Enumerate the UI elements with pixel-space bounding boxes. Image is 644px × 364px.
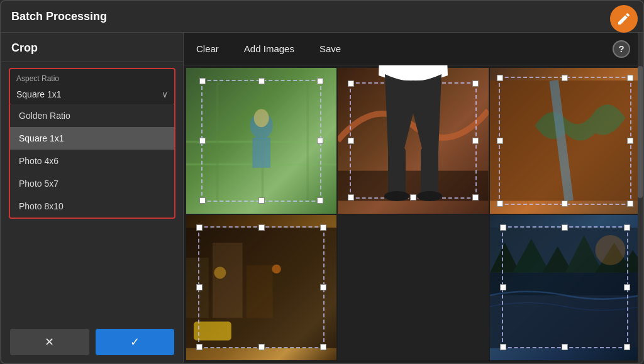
svg-point-30	[595, 234, 625, 265]
left-panel: Crop Aspect Ratio Square 1x1 ∨ Golden Ra…	[1, 33, 184, 363]
aspect-ratio-dropdown[interactable]: Square 1x1 ∨	[10, 85, 174, 104]
svg-rect-8	[338, 171, 488, 201]
svg-rect-6	[252, 138, 270, 168]
edit-icon-button[interactable]	[610, 5, 638, 33]
svg-rect-2	[216, 80, 219, 201]
app-container: Batch Processing Crop Aspect Ratio Squar…	[0, 0, 644, 364]
image-cell-3[interactable]	[490, 68, 640, 214]
image-grid	[184, 65, 643, 363]
save-button[interactable]: Save	[319, 43, 341, 54]
main-area: Crop Aspect Ratio Square 1x1 ∨ Golden Ra…	[1, 33, 643, 363]
dropdown-item-photo-4x6[interactable]: Photo 4x6	[10, 150, 174, 172]
image-cell-5	[338, 215, 488, 361]
crop-header: Crop	[1, 33, 183, 62]
add-images-button[interactable]: Add Images	[244, 43, 294, 54]
cancel-button[interactable]: ✕	[10, 329, 89, 355]
confirm-button[interactable]: ✓	[96, 329, 175, 355]
image-4	[186, 215, 336, 361]
aspect-ratio-label: Aspect Ratio	[10, 69, 174, 85]
help-button[interactable]: ?	[613, 40, 630, 58]
dropdown-item-photo-5x7[interactable]: Photo 5x7	[10, 172, 174, 195]
right-panel: Clear Add Images Save ?	[184, 33, 643, 363]
svg-point-24	[214, 267, 226, 279]
panel-footer: ✕ ✓	[1, 321, 183, 363]
chevron-down-icon: ∨	[162, 89, 168, 99]
toolbar: Clear Add Images Save ?	[184, 33, 643, 65]
app-title: Batch Processing	[11, 10, 107, 23]
cancel-icon: ✕	[45, 335, 54, 349]
confirm-icon: ✓	[130, 335, 140, 349]
image-cell-4[interactable]	[186, 215, 336, 361]
dropdown-item-golden-ratio[interactable]: Golden Ratio	[10, 104, 174, 127]
image-1	[186, 68, 336, 214]
image-cell-6[interactable]	[490, 215, 640, 361]
svg-rect-26	[194, 321, 231, 340]
title-bar: Batch Processing	[1, 1, 643, 33]
image-cell-2[interactable]	[338, 68, 488, 214]
dropdown-item-square-1x1[interactable]: Square 1x1	[10, 127, 174, 150]
svg-point-25	[272, 264, 280, 273]
dropdown-menu: Golden Ratio Square 1x1 Photo 4x6 Photo …	[9, 104, 175, 219]
scrollbar-thumb[interactable]	[638, 66, 643, 198]
svg-rect-4	[306, 80, 309, 201]
image-2	[338, 68, 488, 214]
scrollbar[interactable]	[638, 33, 643, 363]
image-cell-1[interactable]	[186, 68, 336, 214]
image-3	[490, 68, 640, 214]
selected-option-label: Square 1x1	[16, 89, 62, 99]
svg-point-7	[254, 109, 269, 127]
dropdown-item-photo-8x10[interactable]: Photo 8x10	[10, 195, 174, 218]
clear-button[interactable]: Clear	[196, 43, 219, 54]
image-6	[490, 215, 640, 361]
aspect-ratio-section: Aspect Ratio Square 1x1 ∨ Golden Ratio S…	[9, 68, 175, 106]
